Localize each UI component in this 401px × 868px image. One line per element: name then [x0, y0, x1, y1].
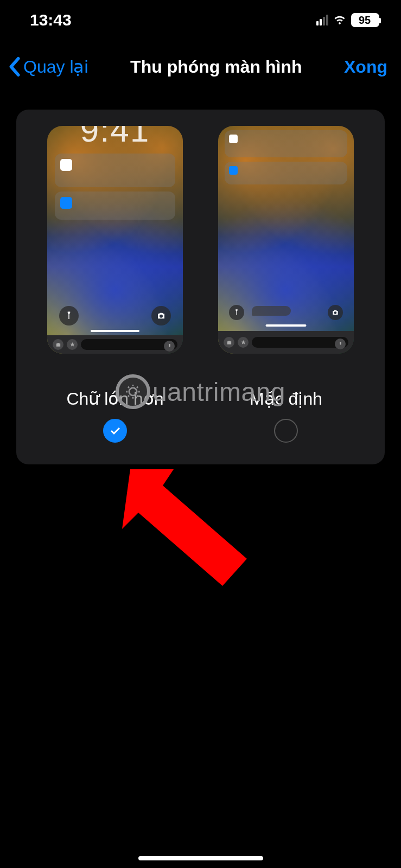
mic-icon	[335, 339, 346, 349]
appstore-icon	[67, 339, 78, 350]
flashlight-icon	[229, 305, 244, 320]
battery-indicator: 95	[351, 13, 379, 27]
status-bar: 13:43 95	[0, 0, 401, 35]
cellular-signal-icon	[316, 15, 328, 25]
radio-default[interactable]	[274, 419, 298, 443]
preview-default	[218, 126, 354, 354]
preview-keyboard-bar	[47, 335, 183, 354]
chevron-left-icon	[8, 56, 22, 77]
preview-home-indicator	[266, 324, 307, 327]
preview-larger: 9:41	[47, 126, 183, 354]
wifi-icon	[333, 11, 347, 29]
status-time: 13:43	[30, 11, 72, 29]
camera-icon	[151, 306, 171, 326]
color-swatches	[103, 360, 127, 372]
back-label: Quay lại	[23, 56, 88, 77]
flashlight-icon	[59, 306, 79, 326]
radio-larger-selected[interactable]	[103, 419, 127, 443]
preview-message-bubble	[252, 306, 291, 316]
back-button[interactable]: Quay lại	[8, 56, 88, 77]
message-input	[252, 337, 348, 348]
navigation-bar: Quay lại Thu phóng màn hình Xong	[0, 35, 401, 93]
annotation-arrow-icon	[114, 450, 271, 593]
preview-widget	[225, 130, 347, 157]
checkmark-icon	[109, 424, 122, 437]
option-default[interactable]: Mặc định	[210, 126, 362, 443]
camera-icon	[224, 337, 234, 348]
preview-widget	[55, 192, 175, 220]
done-button[interactable]: Xong	[344, 57, 387, 77]
message-input	[81, 339, 177, 350]
page-title: Thu phóng màn hình	[130, 57, 302, 77]
preview-widget	[225, 162, 347, 184]
zoom-options-card: 9:41 Chữ lớn hơn	[16, 110, 385, 464]
home-indicator[interactable]	[138, 856, 263, 860]
option-label-default: Mặc định	[250, 388, 322, 409]
color-swatches	[274, 360, 298, 372]
camera-icon	[53, 339, 63, 350]
preview-time: 9:41	[47, 126, 183, 149]
option-larger-text[interactable]: 9:41 Chữ lớn hơn	[39, 126, 191, 443]
mic-icon	[164, 341, 175, 352]
preview-keyboard-bar	[218, 331, 354, 354]
camera-icon	[328, 305, 343, 320]
preview-widget	[55, 154, 175, 187]
status-right: 95	[316, 11, 379, 29]
preview-home-indicator	[91, 330, 139, 332]
option-label-larger: Chữ lớn hơn	[66, 388, 163, 409]
battery-level: 95	[359, 14, 371, 27]
appstore-icon	[238, 337, 249, 348]
